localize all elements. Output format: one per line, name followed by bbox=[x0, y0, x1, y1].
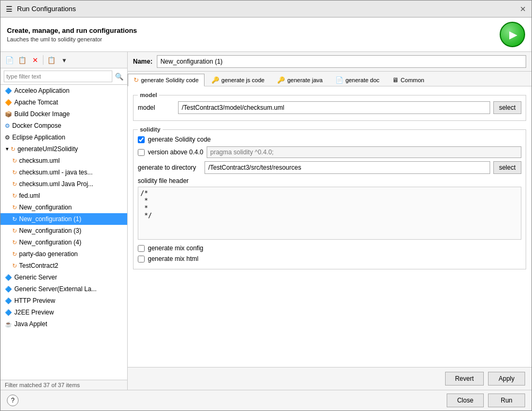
new-config-1-icon: ↻ bbox=[12, 216, 17, 223]
filter-status: Filter matched 37 of 37 items bbox=[1, 380, 127, 390]
tree-item-generic-server-ext[interactable]: 🔷 Generic Server(External La... bbox=[1, 283, 127, 295]
tabs-row: ↻ generate Solidity code 🔑 generate js c… bbox=[128, 72, 531, 86]
checksum-icon: ↻ bbox=[12, 158, 17, 164]
bottom-bar: Revert Apply bbox=[128, 367, 531, 390]
test-contract-icon: ↻ bbox=[12, 263, 17, 269]
title-bar: ☰ Run Configurations ✕ bbox=[1, 1, 531, 18]
help-button[interactable]: ? bbox=[7, 395, 19, 406]
run-configurations-dialog: ☰ Run Configurations ✕ Create, manage, a… bbox=[0, 0, 532, 411]
dropdown-button[interactable]: ▾ bbox=[58, 54, 70, 66]
toolbar-separator bbox=[43, 55, 43, 65]
tree-item-acceleo[interactable]: 🔷 Acceleo Application bbox=[1, 85, 127, 97]
tree-item-apache-tomcat[interactable]: 🔶 Apache Tomcat bbox=[1, 97, 127, 108]
checksum-java-proj-icon: ↻ bbox=[12, 181, 17, 188]
apply-button[interactable]: Apply bbox=[488, 372, 525, 386]
header-text: Create, manage, and run configurations L… bbox=[7, 27, 137, 42]
right-panel: Name: ↻ generate Solidity code 🔑 generat… bbox=[128, 52, 531, 390]
generate-mix-html-checkbox[interactable] bbox=[138, 256, 145, 263]
config-action-buttons: Revert Apply bbox=[445, 372, 525, 386]
filter-config-button[interactable]: 📋 bbox=[46, 54, 57, 66]
fed-uml-icon: ↻ bbox=[12, 193, 17, 199]
run-button-footer[interactable]: Run bbox=[488, 393, 525, 407]
run-button[interactable] bbox=[500, 22, 525, 47]
expand-arrow: ▼ bbox=[5, 146, 10, 152]
generate-uml-icon: ↻ bbox=[11, 146, 15, 153]
clear-filter-button[interactable]: 🔍 bbox=[114, 72, 124, 81]
filter-input[interactable] bbox=[4, 71, 112, 82]
generate-mix-html-label: generate mix html bbox=[148, 255, 198, 263]
tree-item-j2ee-preview[interactable]: 🔷 J2EE Preview bbox=[1, 307, 127, 318]
tree-item-test-contract[interactable]: ↻ TestContract2 bbox=[1, 260, 127, 272]
tree-item-fed-uml[interactable]: ↻ fed.uml bbox=[1, 190, 127, 202]
footer-right-buttons: Close Run bbox=[447, 393, 525, 407]
model-legend: model bbox=[138, 92, 159, 98]
solidity-section-body: generate Solidity code version above 0.4… bbox=[134, 133, 526, 269]
generate-solidity-checkbox[interactable] bbox=[138, 136, 145, 143]
generate-mix-config-checkbox[interactable] bbox=[138, 245, 145, 252]
name-label: Name: bbox=[133, 58, 153, 65]
tree-item-generate-uml[interactable]: ▼ ↻ generateUml2Solidity bbox=[1, 143, 127, 155]
new-config-button[interactable]: 📄 bbox=[4, 54, 15, 66]
tree-item-http-preview[interactable]: 🔷 HTTP Preview bbox=[1, 295, 127, 307]
tree-item-checksum-java-proj[interactable]: ↻ checksum.uml Java Proj... bbox=[1, 178, 127, 190]
tree-item-generic-server[interactable]: 🔷 Generic Server bbox=[1, 272, 127, 283]
tab-generate-doc[interactable]: 📄 generate doc bbox=[330, 74, 385, 86]
copy-config-button[interactable]: 📋 bbox=[16, 54, 28, 66]
tree-container[interactable]: 🔷 Acceleo Application 🔶 Apache Tomcat 📦 … bbox=[1, 85, 127, 380]
generate-to-label: generate to directory bbox=[138, 164, 201, 171]
tree-item-java-applet[interactable]: ☕ Java Applet bbox=[1, 318, 127, 330]
generic-server-ext-icon: 🔷 bbox=[5, 286, 12, 293]
model-fieldset: model model select bbox=[133, 92, 526, 121]
generate-to-input[interactable] bbox=[205, 161, 490, 174]
generate-mix-config-label: generate mix config bbox=[148, 244, 203, 252]
tree-item-eclipse-app[interactable]: ⚙ Eclipse Application bbox=[1, 132, 127, 143]
tree-item-new-config[interactable]: ↻ New_configuration bbox=[1, 202, 127, 213]
close-icon[interactable]: ✕ bbox=[520, 5, 526, 13]
tree-item-build-docker[interactable]: 📦 Build Docker Image bbox=[1, 108, 127, 120]
solidity-file-header-textarea[interactable]: /* * * */ bbox=[138, 187, 521, 240]
menu-icon[interactable]: ☰ bbox=[6, 5, 13, 13]
tab-generate-solidity-icon: ↻ bbox=[134, 76, 139, 84]
tab-generate-java[interactable]: 🔑 generate java bbox=[271, 74, 329, 86]
footer-bar: ? Close Run bbox=[1, 390, 531, 410]
tab-generate-java-label: generate java bbox=[287, 77, 323, 83]
solidity-file-header-label-row: solidity file header bbox=[138, 177, 521, 185]
docker-compose-icon: ⚙ bbox=[5, 123, 10, 129]
tree-item-checksum-java-test[interactable]: ↻ checksum.uml - java tes... bbox=[1, 167, 127, 178]
tab-common-icon: 🖥 bbox=[392, 76, 398, 84]
close-button[interactable]: Close bbox=[447, 393, 484, 407]
tab-common[interactable]: 🖥 Common bbox=[386, 74, 430, 86]
version-above-checkbox[interactable] bbox=[138, 149, 145, 156]
tree-item-docker-compose[interactable]: ⚙ Docker Compose bbox=[1, 120, 127, 132]
left-panel: 📄 📋 ✕ 📋 ▾ 🔍 🔷 Acceleo Application 🔶 bbox=[1, 52, 128, 390]
main-content: 📄 📋 ✕ 📋 ▾ 🔍 🔷 Acceleo Application 🔶 bbox=[1, 52, 531, 390]
tab-generate-doc-icon: 📄 bbox=[335, 76, 343, 84]
header-subtitle: Lauches the uml to solidity generator bbox=[7, 36, 137, 42]
model-input[interactable] bbox=[178, 101, 490, 114]
tree-item-new-config-3[interactable]: ↻ New_configuration (3) bbox=[1, 225, 127, 237]
solidity-fieldset: solidity generate Solidity code version … bbox=[133, 126, 526, 269]
party-dao-icon: ↻ bbox=[12, 251, 17, 258]
java-applet-icon: ☕ bbox=[5, 321, 12, 328]
version-input[interactable] bbox=[207, 146, 521, 158]
tab-generate-solidity[interactable]: ↻ generate Solidity code bbox=[128, 74, 205, 86]
j2ee-preview-icon: 🔷 bbox=[5, 309, 12, 316]
tree-item-new-config-1[interactable]: ↻ New_configuration (1) bbox=[1, 213, 127, 225]
config-area: model model select solidity bbox=[128, 86, 531, 367]
model-form-row: model select bbox=[138, 101, 521, 114]
model-section-body: model select bbox=[134, 98, 526, 120]
revert-button[interactable]: Revert bbox=[445, 372, 484, 386]
delete-config-button[interactable]: ✕ bbox=[29, 54, 41, 66]
generate-to-select-button[interactable]: select bbox=[493, 161, 521, 174]
tree-item-new-config-4[interactable]: ↻ New_configuration (4) bbox=[1, 237, 127, 248]
solidity-file-header-label: solidity file header bbox=[138, 177, 189, 185]
version-above-row: version above 0.4.0 bbox=[138, 146, 521, 158]
tab-generate-js[interactable]: 🔑 generate js code bbox=[206, 74, 270, 86]
generate-solidity-row: generate Solidity code bbox=[138, 136, 521, 143]
tree-item-checksum[interactable]: ↻ checksum.uml bbox=[1, 155, 127, 167]
model-select-button[interactable]: select bbox=[493, 101, 521, 114]
name-input[interactable] bbox=[157, 55, 526, 68]
tree-item-party-dao[interactable]: ↻ party-dao generation bbox=[1, 248, 127, 260]
tab-generate-doc-label: generate doc bbox=[345, 77, 379, 83]
model-label: model bbox=[138, 104, 175, 111]
